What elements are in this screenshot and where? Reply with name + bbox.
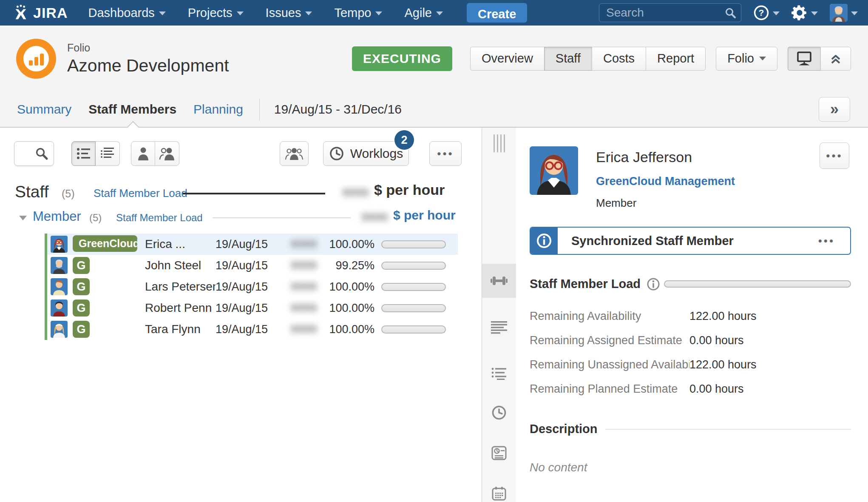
table-row-erica[interactable]: GreenCloud... Erica ... 19/Aug/15 9999 1…: [47, 234, 458, 255]
list-view-toggle: [71, 141, 120, 166]
collapse-group-icon[interactable]: [19, 216, 27, 220]
team-badge[interactable]: GreenCloud...: [73, 235, 137, 252]
tab-overview[interactable]: Overview: [470, 47, 544, 71]
display-controls: [788, 47, 851, 71]
load-progress-bar: [381, 240, 446, 248]
sync-banner-actions[interactable]: •••: [818, 235, 835, 246]
member-load-bar: [213, 217, 351, 218]
redacted-rate: 9999: [361, 211, 388, 224]
expand-panel-button[interactable]: »: [819, 97, 850, 122]
table-row-lars-petersen[interactable]: G Lars Petersen 19/Aug/15 9999 100.00%: [47, 276, 458, 297]
subnav-summary[interactable]: Summary: [17, 102, 71, 117]
nav-item-projects[interactable]: Projects: [188, 6, 244, 20]
flat-list-view-button[interactable]: [96, 141, 120, 166]
worklogs-section-button[interactable]: [482, 400, 516, 425]
team-badge[interactable]: G: [73, 278, 90, 295]
member-name[interactable]: John Steel: [145, 259, 216, 272]
presentation-mode-button[interactable]: [788, 47, 820, 71]
user-profile-button[interactable]: [830, 4, 858, 22]
load-section-button[interactable]: [482, 264, 516, 298]
jira-home-link[interactable]: JIRA: [12, 4, 68, 22]
info-icon: [536, 233, 552, 249]
chevron-down-icon: [305, 11, 312, 15]
team-badge[interactable]: G: [73, 321, 90, 338]
description-empty-state: No content: [530, 461, 851, 474]
subnav-planning[interactable]: Planning: [193, 102, 243, 117]
divider: [259, 98, 260, 120]
member-name[interactable]: Robert Penn: [145, 301, 216, 315]
load-progress-bar: [381, 325, 446, 334]
stat-label: Remaining Planned Estimate: [530, 382, 689, 396]
info-icon[interactable]: [647, 277, 660, 291]
table-row-john-steel[interactable]: G John Steel 19/Aug/15 9999 99.25%: [47, 255, 458, 276]
admin-menu-button[interactable]: [791, 5, 818, 21]
table-row-robert-penn[interactable]: G Robert Penn 19/Aug/15 9999 100.00%: [47, 297, 458, 319]
start-date: 19/Aug/15: [216, 259, 279, 272]
load-label: Staff Member Load: [530, 277, 641, 291]
teams-filter-button[interactable]: [280, 141, 309, 166]
member-load-link[interactable]: Staff Member Load: [116, 212, 203, 224]
nav-item-dashboards[interactable]: Dashboards: [88, 6, 165, 20]
member-name[interactable]: Tara Flynn: [145, 322, 216, 336]
tab-staff[interactable]: Staff: [544, 47, 592, 71]
folio-header: Folio Azome Development EXECUTING Overvi…: [0, 26, 868, 91]
tab-costs[interactable]: Costs: [592, 47, 646, 71]
grouped-list-view-button[interactable]: [71, 141, 96, 166]
person-view-toggle: [131, 141, 179, 166]
nav-item-tempo[interactable]: Tempo: [334, 6, 382, 20]
list-section-button[interactable]: [482, 361, 516, 386]
app-label: Folio: [67, 42, 229, 54]
collapse-header-button[interactable]: [820, 47, 851, 71]
team-badge[interactable]: G: [73, 299, 90, 317]
single-person-view-button[interactable]: [131, 141, 155, 166]
sync-banner: Synchronized Staff Member •••: [530, 227, 851, 255]
date-range[interactable]: 19/Aug/15 - 31/Dec/16: [274, 102, 402, 117]
double-chevron-up-icon: [828, 51, 843, 66]
staff-member-load-row: Staff Member Load: [530, 277, 851, 291]
search-input[interactable]: [599, 3, 741, 22]
member-name[interactable]: Erica ...: [145, 237, 216, 251]
team-icon: [285, 147, 303, 160]
availability-percent: 100.00%: [328, 302, 381, 315]
rate-suffix: $ per hour: [374, 182, 445, 198]
help-menu-button[interactable]: ?: [753, 5, 780, 21]
nav-item-issues[interactable]: Issues: [266, 6, 312, 20]
filter-search-box[interactable]: [14, 141, 54, 166]
chevron-down-icon: [159, 11, 166, 15]
team-badge[interactable]: G: [73, 257, 90, 274]
nav-item-agile[interactable]: Agile: [404, 6, 443, 20]
folio-subnav: Summary Staff Members Planning 19/Aug/15…: [0, 91, 868, 128]
main-menu: Dashboards Projects Issues Tempo Agile: [88, 6, 443, 20]
report-section-button[interactable]: [482, 440, 516, 466]
create-button[interactable]: Create: [467, 3, 527, 23]
description-section-button[interactable]: [482, 315, 516, 340]
more-actions-button[interactable]: •••: [429, 141, 462, 166]
worklogs-count-badge: 2: [394, 130, 414, 150]
profile-team-link[interactable]: GreenCloud Management: [596, 175, 735, 188]
stat-value: 122.00 hours: [689, 358, 851, 371]
start-date: 19/Aug/15: [216, 302, 279, 315]
start-date: 19/Aug/15: [216, 280, 279, 294]
view-tabs: Overview Staff Costs Report: [470, 47, 706, 71]
staff-member-detail-panel: ••• Erica Jefferson GreenCloud Managemen…: [516, 128, 868, 502]
folio-menu-button[interactable]: Folio: [716, 47, 777, 71]
avatar: [51, 299, 68, 317]
staff-load-link[interactable]: Staff Member Load: [94, 187, 187, 200]
member-name[interactable]: Lars Petersen: [145, 280, 216, 294]
staff-list-panel: Worklogs 2 ••• Staff (5) Staff Member Lo…: [0, 128, 482, 502]
people-pair-view-button[interactable]: [155, 141, 179, 166]
search-icon: [724, 7, 736, 19]
member-group-title[interactable]: Member: [33, 209, 81, 224]
tab-report[interactable]: Report: [646, 47, 706, 71]
table-row-tara-flynn[interactable]: G Tara Flynn 19/Aug/15 9999 100.00%: [47, 319, 458, 340]
chevron-down-icon: [237, 11, 244, 15]
detail-more-actions-button[interactable]: •••: [820, 143, 849, 169]
search-icon: [35, 147, 48, 160]
panel-resize-handle[interactable]: [482, 133, 516, 154]
member-group-header: Member (5) Staff Member Load 9999 $ per …: [15, 208, 482, 230]
load-progress-bar: [381, 304, 446, 312]
calendar-section-button[interactable]: [482, 481, 516, 502]
clock-icon: [491, 405, 507, 420]
subnav-staff-members[interactable]: Staff Members: [88, 102, 176, 117]
profile-header: Erica Jefferson GreenCloud Management Me…: [530, 146, 851, 210]
